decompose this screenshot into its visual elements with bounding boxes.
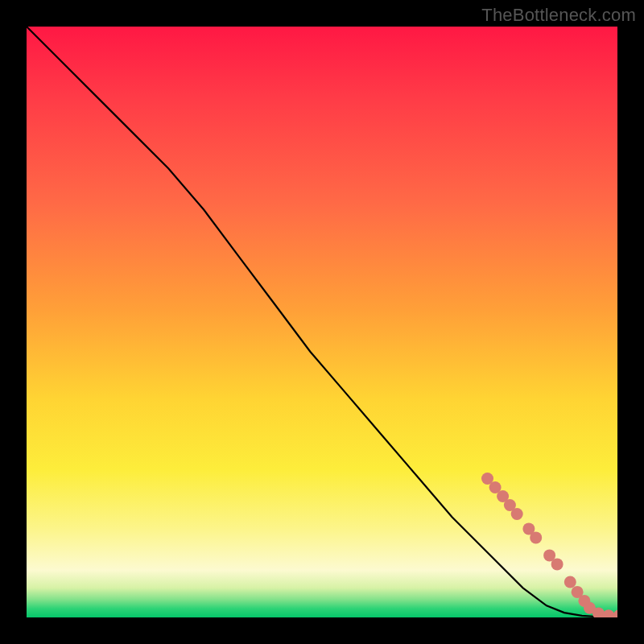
data-marker <box>613 609 617 617</box>
data-marker <box>603 609 615 617</box>
data-marker <box>511 508 523 520</box>
plot-area <box>27 27 617 617</box>
data-marker <box>551 558 564 570</box>
watermark-text: TheBottleneck.com <box>481 5 636 26</box>
chart-frame: TheBottleneck.com <box>0 0 644 644</box>
data-marker <box>564 576 576 588</box>
chart-svg <box>27 27 617 617</box>
data-marker <box>530 531 542 543</box>
